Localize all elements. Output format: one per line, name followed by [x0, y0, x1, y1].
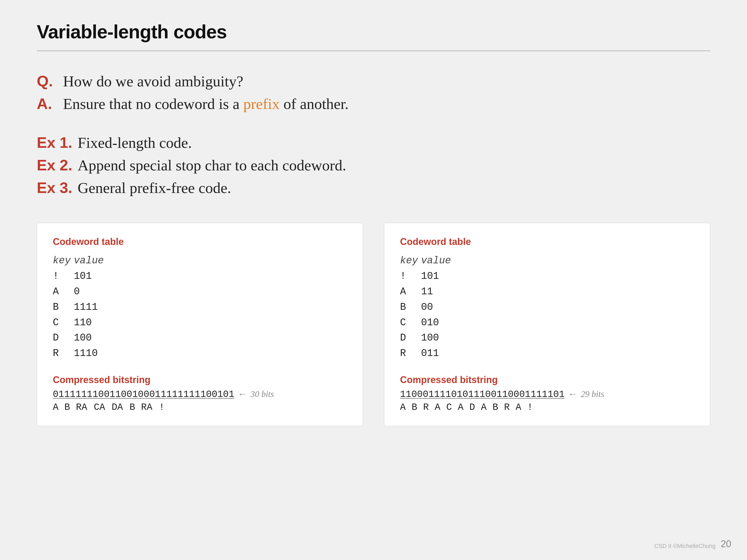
right-compressed-title: Compressed bitstring [400, 374, 694, 385]
ex-1-text: Fixed-length code. [77, 134, 192, 152]
left-char-0: A [53, 402, 65, 413]
right-cw-key-5: R [400, 346, 421, 361]
right-cw-val-4: 100 [421, 330, 439, 346]
left-cw-row-4: D 100 [53, 330, 347, 346]
ex-2-label: Ex 2. [37, 156, 72, 174]
left-cw-val-5: 1110 [74, 346, 98, 361]
left-codeword-table: key value ! 101 A 0 B 1111 C 110 [53, 253, 347, 361]
examples-section: Ex 1. Fixed-length code. Ex 2. Append sp… [37, 134, 710, 197]
left-cw-row-1: A 0 [53, 284, 347, 299]
qa-section: Q. How do we avoid ambiguity? A. Ensure … [37, 72, 710, 113]
left-cw-key-2: B [53, 299, 74, 315]
right-cw-header-key: key [400, 253, 421, 269]
right-cw-val-1: 11 [421, 284, 433, 299]
left-bits-label: 30 bits [251, 389, 274, 399]
right-cw-val-2: 00 [421, 299, 433, 315]
left-bitstring-bits: 01111111001100100011111111100101 [53, 389, 234, 400]
right-char-1: B [412, 402, 423, 413]
left-cw-header-val: value [74, 253, 104, 269]
right-cw-row-4: D 100 [400, 330, 694, 346]
right-codeword-table: key value ! 101 A 11 B 00 C 010 [400, 253, 694, 361]
right-char-10: A [516, 402, 527, 413]
left-char-7: ! [159, 402, 171, 413]
ex-3-text: General prefix-free code. [77, 179, 231, 197]
left-codeword-table-title: Codeword table [53, 236, 347, 247]
right-bits-label: 29 bits [581, 389, 604, 399]
right-cw-val-5: 011 [421, 346, 439, 361]
right-bitstring-bits: 11000111101011100110001111101 [400, 389, 565, 400]
left-char-2: RA [76, 402, 94, 413]
right-char-row: A B R A C A D A B R A ! [400, 402, 694, 413]
left-char-5: B [129, 402, 141, 413]
right-char-9: R [504, 402, 516, 413]
left-cw-val-3: 110 [74, 315, 92, 330]
ex-2-text: Append special stop char to each codewor… [77, 157, 346, 174]
right-cw-key-4: D [400, 330, 421, 346]
left-cw-key-1: A [53, 284, 74, 299]
ex-1-label: Ex 1. [37, 134, 72, 151]
left-cw-row-3: C 110 [53, 315, 347, 330]
right-cw-key-3: C [400, 315, 421, 330]
title-divider [37, 50, 710, 51]
right-cw-header: key value [400, 253, 694, 269]
qa-q-text: How do we avoid ambiguity? [63, 73, 243, 90]
qa-a-label: A. [37, 95, 55, 112]
left-cw-key-4: D [53, 330, 74, 346]
page-number: 20 [721, 538, 731, 550]
slide: Variable-length codes Q. How do we avoid… [0, 0, 747, 560]
right-cw-key-1: A [400, 284, 421, 299]
left-cw-val-0: 101 [74, 269, 92, 284]
left-char-row: A B RA CA DA B RA ! [53, 402, 347, 413]
left-char-3: CA [94, 402, 112, 413]
right-cw-key-0: ! [400, 269, 421, 284]
qa-a-text: Ensure that no codeword is a prefix of a… [63, 95, 349, 113]
left-compressed-section: Compressed bitstring 0111111100110010001… [53, 374, 347, 413]
ex-1-line: Ex 1. Fixed-length code. [37, 134, 710, 152]
left-cw-val-2: 1111 [74, 299, 98, 315]
copyright: CSD II ©MichelleChung [654, 543, 716, 550]
qa-a-highlight: prefix [243, 95, 280, 112]
left-cw-header-key: key [53, 253, 74, 269]
tables-section: Codeword table key value ! 101 A 0 B 111… [37, 223, 710, 426]
left-char-4: DA [112, 402, 129, 413]
right-compressed-bitstring: 11000111101011100110001111101 ← 29 bits [400, 389, 694, 400]
left-arrow-icon: ← [239, 389, 245, 400]
qa-q-label: Q. [37, 72, 55, 90]
right-char-11: ! [527, 402, 539, 413]
left-cw-header: key value [53, 253, 347, 269]
qa-a-text-before: Ensure that no codeword is a [63, 95, 243, 112]
right-table-box: Codeword table key value ! 101 A 11 B 00 [384, 223, 710, 426]
right-char-2: R [423, 402, 435, 413]
left-char-1: B [65, 402, 76, 413]
right-char-3: A [435, 402, 446, 413]
left-table-box: Codeword table key value ! 101 A 0 B 111… [37, 223, 363, 426]
right-cw-val-0: 101 [421, 269, 439, 284]
right-cw-header-val: value [421, 253, 451, 269]
left-cw-key-5: R [53, 346, 74, 361]
ex-2-line: Ex 2. Append special stop char to each c… [37, 156, 710, 174]
right-cw-row-3: C 010 [400, 315, 694, 330]
qa-q-line: Q. How do we avoid ambiguity? [37, 72, 710, 90]
right-codeword-table-title: Codeword table [400, 236, 694, 247]
left-cw-row-2: B 1111 [53, 299, 347, 315]
left-cw-key-0: ! [53, 269, 74, 284]
left-cw-key-3: C [53, 315, 74, 330]
right-cw-row-2: B 00 [400, 299, 694, 315]
right-char-0: A [400, 402, 412, 413]
right-cw-row-1: A 11 [400, 284, 694, 299]
right-cw-row-0: ! 101 [400, 269, 694, 284]
left-compressed-title: Compressed bitstring [53, 374, 347, 385]
right-arrow-icon: ← [570, 389, 576, 400]
ex-3-line: Ex 3. General prefix-free code. [37, 179, 710, 197]
left-cw-val-1: 0 [74, 284, 80, 299]
left-cw-row-0: ! 101 [53, 269, 347, 284]
right-char-8: B [492, 402, 504, 413]
right-char-7: A [481, 402, 492, 413]
left-char-6: RA [141, 402, 159, 413]
right-cw-key-2: B [400, 299, 421, 315]
left-cw-row-5: R 1110 [53, 346, 347, 361]
qa-a-line: A. Ensure that no codeword is a prefix o… [37, 95, 710, 113]
right-char-6: D [469, 402, 481, 413]
right-cw-val-3: 010 [421, 315, 439, 330]
ex-3-label: Ex 3. [37, 179, 72, 196]
